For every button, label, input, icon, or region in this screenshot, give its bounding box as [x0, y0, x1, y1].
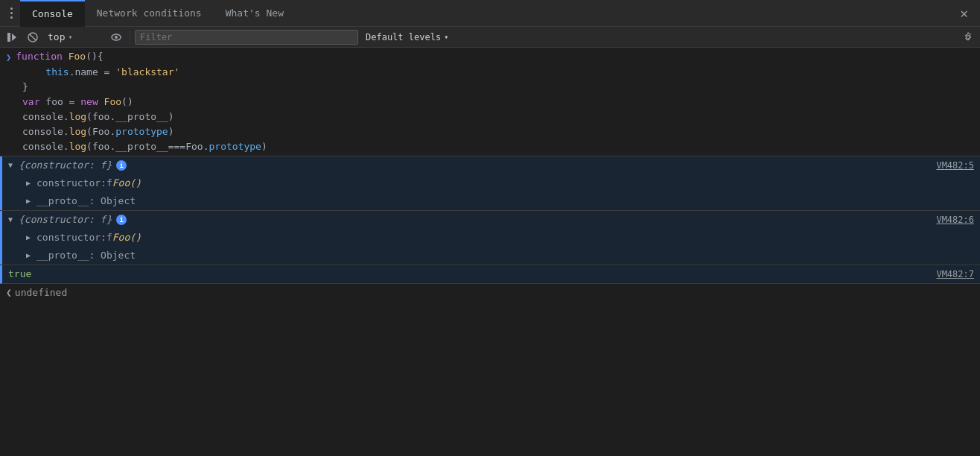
source-link-2[interactable]: VM482:6 [924, 212, 974, 227]
chevron-down-icon: ▾ [444, 33, 448, 41]
undefined-value: undefined [15, 285, 67, 300]
output-block-1: {constructor: f} i VM482:5 constructor: … [0, 156, 980, 210]
filter-input[interactable] [135, 30, 358, 45]
true-value: true [8, 267, 31, 282]
output-block-2: {constructor: f} i VM482:6 constructor: … [0, 211, 980, 265]
eye-icon [110, 31, 122, 43]
output-undefined: ❮ undefined [0, 284, 980, 302]
expand-icon[interactable] [26, 194, 34, 209]
settings-button[interactable] [959, 28, 977, 46]
expand-icon[interactable] [8, 212, 16, 227]
prompt-arrow: ❯ [6, 50, 11, 65]
expand-icon[interactable] [8, 158, 16, 173]
toolbar-divider [130, 31, 130, 44]
log-levels-button[interactable]: Default levels ▾ [361, 31, 453, 44]
output-object-1[interactable]: {constructor: f} i VM482:5 [2, 156, 980, 174]
expand-icon[interactable] [26, 248, 34, 263]
svg-line-3 [30, 34, 36, 40]
tab-network-conditions[interactable]: Network conditions [85, 0, 214, 27]
console-toolbar: top ▾ Default levels ▾ [0, 27, 980, 48]
info-badge-2[interactable]: i [116, 215, 127, 225]
back-arrow: ❮ [6, 285, 12, 300]
svg-rect-0 [7, 33, 10, 42]
console-input-line: ❯ function Foo(){ this.name = 'blackstar… [0, 48, 980, 156]
source-link-3[interactable]: VM482:7 [924, 267, 974, 282]
console-output: ❯ function Foo(){ this.name = 'blackstar… [0, 48, 980, 456]
more-tabs-button[interactable] [3, 7, 20, 19]
block-icon [27, 31, 39, 43]
context-selector[interactable]: top ▾ [45, 31, 104, 42]
svg-point-5 [115, 36, 118, 39]
output-object-2-constructor[interactable]: constructor: f Foo() [2, 229, 980, 247]
svg-marker-1 [12, 34, 16, 41]
output-object-1-proto[interactable]: __proto__: Object [2, 192, 980, 210]
expand-icon[interactable] [26, 230, 34, 245]
show-live-expressions-button[interactable] [107, 28, 125, 46]
tab-console[interactable]: Console [20, 0, 85, 27]
tab-whats-new[interactable]: What's New [214, 0, 296, 27]
output-object-2-proto[interactable]: __proto__: Object [2, 247, 980, 265]
expand-icon[interactable] [26, 176, 34, 191]
output-object-1-constructor[interactable]: constructor: f Foo() [2, 174, 980, 192]
tab-bar: Console Network conditions What's New ✕ [0, 0, 980, 27]
close-devtools-button[interactable]: ✕ [951, 5, 977, 21]
source-link-1[interactable]: VM482:5 [924, 158, 974, 173]
output-object-2[interactable]: {constructor: f} i VM482:6 [2, 211, 980, 229]
gear-icon [962, 31, 974, 43]
clear-console-button[interactable] [24, 28, 42, 46]
output-true: true VM482:7 [0, 265, 980, 284]
play-icon [6, 31, 18, 43]
info-badge[interactable]: i [116, 160, 127, 171]
chevron-down-icon: ▾ [68, 33, 72, 41]
execute-script-button[interactable] [3, 28, 21, 46]
